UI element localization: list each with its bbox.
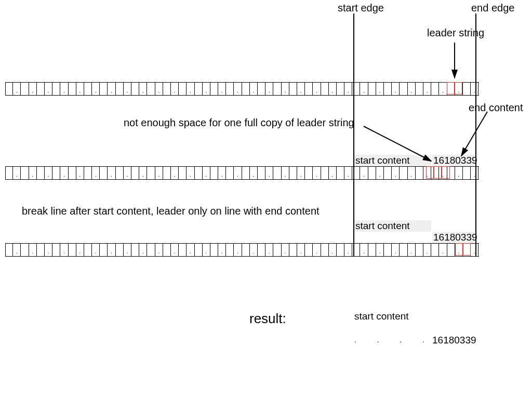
ruler-cell [226,83,234,95]
ruler-cell [416,244,423,256]
ruler-cell: . [392,83,400,95]
ruler-cell [5,244,13,256]
leader-cell-highlight [455,82,462,95]
ruler-cell [321,83,329,95]
ruler-cell [321,244,329,256]
ruler-cell [131,83,139,95]
ruler-cell: . [344,167,352,179]
ruler-cell: . [171,244,179,256]
ruler-cell: . [13,167,21,179]
ruler-cell: . [329,167,337,179]
leader-cell-highlight-r2 [426,166,434,179]
ruler-cell [210,83,218,95]
ruler-cell: . [108,83,115,95]
label-end-edge: end edge [471,2,514,14]
ruler-cell: . [282,83,289,95]
ruler-cell [37,167,45,179]
ruler-cell [21,83,29,95]
ruler-cell: . [45,244,52,256]
ruler-cell [52,167,60,179]
ruler-cell [116,244,124,256]
text-start-content-r2: start content [355,155,410,166]
ruler-cell [21,167,29,179]
ruler-cell: . [108,167,115,179]
text-start-content-r3: start content [355,220,410,232]
ruler-cell: . [250,244,258,256]
ruler-cell: . [313,244,321,256]
ruler-cell: . [376,83,384,95]
ruler-cell [431,83,439,95]
ruler-cell [69,83,76,95]
ruler-cell: . [203,83,210,95]
ruler-cell [5,83,13,95]
label-break-line: break line after start content, leader o… [22,205,320,217]
ruler-cell [226,167,234,179]
ruler-cell [368,167,376,179]
ruler-cell: . [203,244,210,256]
ruler-cell: . [234,167,242,179]
leader-cell-highlight-r2 [434,166,442,179]
ruler-cell [242,167,250,179]
ruler-cell: . [29,244,37,256]
start-edge-line [353,14,354,256]
ruler-cell: . [392,244,400,256]
ruler-cell: . [108,244,115,256]
ruler-cell [195,167,203,179]
ruler-cell: . [423,244,431,256]
ruler-cell [100,83,108,95]
ruler-cell [52,244,60,256]
ruler-cell: . [439,244,447,256]
ruler-cell: . [139,167,147,179]
ruler-cell: . [45,167,52,179]
ruler-cell: . [234,83,242,95]
ruler-cell [69,167,76,179]
ruler-cell: . [265,167,273,179]
ruler-cell: . [360,167,368,179]
ruler-cell [100,167,108,179]
ruler-cell [258,167,265,179]
ruler-cell: . [29,167,37,179]
ruler-cell: . [313,167,321,179]
ruler-cell: . [344,83,352,95]
ruler-cell: . [360,83,368,95]
leader-cell-highlight-r2 [442,166,449,179]
ruler-cell [463,167,471,179]
ruler-cell: . [60,167,68,179]
ruler-cell: . [282,244,289,256]
ruler-cell [21,244,29,256]
ruler-cell [368,244,376,256]
ruler-cell: . [408,167,416,179]
ruler-cell: . [471,167,478,179]
ruler-cell: . [455,167,463,179]
ruler-cell: . [13,244,21,256]
ruler-cell: . [155,167,163,179]
ruler-3: .............................. [5,243,479,257]
ruler-cell: . [60,244,68,256]
ruler-cell: . [392,167,400,179]
ruler-cell: . [218,83,226,95]
ruler-cell: . [265,83,273,95]
ruler-cell [289,244,297,256]
ruler-cell [416,83,423,95]
ruler-cell [163,244,171,256]
ruler-cell: . [250,167,258,179]
ruler-cell: . [92,83,100,95]
ruler-cell [5,167,13,179]
ruler-cell [52,83,60,95]
ruler-cell: . [187,167,194,179]
ruler-cell: . [124,244,131,256]
ruler-cell: . [171,167,179,179]
ruler-cell [337,83,344,95]
result-leader-dots: . . . . [354,336,434,344]
ruler-cell [337,167,344,179]
ruler-cell [273,244,281,256]
ruler-cell: . [376,167,384,179]
ruler-cell: . [408,244,416,256]
label-start-edge: start edge [338,2,384,14]
ruler-cell [242,83,250,95]
ruler-cell [289,83,297,95]
ruler-cell [321,167,329,179]
ruler-cell: . [218,244,226,256]
ruler-cell [179,167,187,179]
ruler-cell [368,83,376,95]
